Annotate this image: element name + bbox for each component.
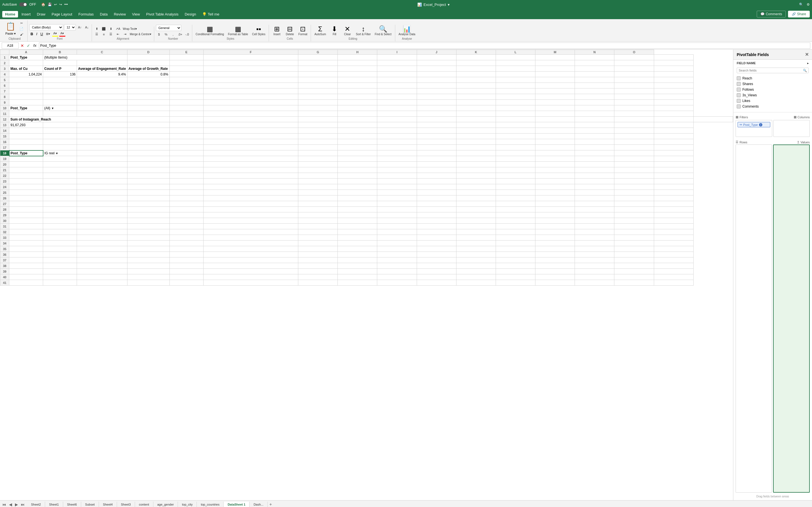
table-row[interactable] (614, 252, 654, 258)
table-row[interactable] (614, 55, 654, 60)
table-row[interactable] (496, 105, 535, 111)
table-row[interactable] (456, 145, 496, 151)
cut-button[interactable]: ✂ (18, 21, 24, 25)
table-row[interactable] (169, 280, 203, 286)
table-row[interactable] (456, 179, 496, 184)
table-row[interactable] (9, 111, 43, 117)
table-row[interactable] (338, 71, 377, 77)
merge-center-button[interactable]: Merge & Centre▾ (129, 32, 152, 37)
table-row[interactable] (614, 246, 654, 252)
table-row[interactable] (338, 207, 377, 212)
table-row[interactable] (338, 77, 377, 83)
table-row[interactable] (127, 117, 169, 122)
table-row[interactable] (169, 229, 203, 235)
table-row[interactable] (377, 201, 417, 207)
wrap-text-button[interactable]: Wrap Text▾ (122, 26, 138, 31)
formula-cancel-button[interactable]: ✕ (20, 43, 25, 48)
table-row[interactable] (654, 71, 693, 77)
table-row[interactable] (43, 77, 77, 83)
format-button[interactable]: ⊡ Format (297, 25, 309, 37)
table-row[interactable] (77, 252, 128, 258)
table-row[interactable] (496, 240, 535, 246)
table-row[interactable] (654, 184, 693, 190)
table-row[interactable] (203, 207, 298, 212)
table-row[interactable] (614, 224, 654, 229)
paste-dropdown[interactable]: Paste ▾ (4, 32, 17, 36)
table-row[interactable] (417, 280, 456, 286)
table-row[interactable] (9, 240, 43, 246)
table-row[interactable] (338, 179, 377, 184)
table-row[interactable] (9, 60, 43, 66)
table-row[interactable] (536, 240, 575, 246)
table-row[interactable] (456, 212, 496, 218)
table-row[interactable] (43, 207, 77, 212)
table-row[interactable] (575, 151, 614, 156)
filter-tag-info[interactable]: i (759, 123, 762, 126)
table-row[interactable] (456, 190, 496, 195)
table-row[interactable] (169, 190, 203, 195)
table-row[interactable] (127, 201, 169, 207)
table-row[interactable] (377, 89, 417, 94)
table-row[interactable] (575, 218, 614, 224)
table-row[interactable] (169, 235, 203, 240)
table-row[interactable] (203, 190, 298, 195)
table-row[interactable] (169, 274, 203, 280)
table-row[interactable] (377, 263, 417, 269)
table-row[interactable] (43, 229, 77, 235)
table-row[interactable] (203, 117, 298, 122)
table-row[interactable] (298, 263, 338, 269)
table-row[interactable] (575, 66, 614, 71)
table-row[interactable] (298, 235, 338, 240)
table-row[interactable] (575, 133, 614, 139)
table-row[interactable] (536, 195, 575, 201)
table-row[interactable] (654, 128, 693, 133)
table-row[interactable] (9, 128, 43, 133)
increase-indent-button[interactable]: ⇥ (122, 32, 128, 37)
table-row[interactable] (298, 77, 338, 83)
redo-icon[interactable]: ↪ (59, 3, 62, 6)
table-row[interactable] (377, 274, 417, 280)
table-row[interactable] (456, 77, 496, 83)
table-row[interactable] (496, 173, 535, 179)
table-row[interactable] (127, 258, 169, 263)
table-row[interactable] (377, 218, 417, 224)
table-row[interactable] (654, 246, 693, 252)
table-row[interactable] (43, 167, 77, 173)
table-row[interactable] (536, 128, 575, 133)
table-row[interactable] (127, 280, 169, 286)
table-row[interactable] (654, 60, 693, 66)
table-row[interactable] (417, 246, 456, 252)
table-row[interactable] (377, 173, 417, 179)
table-row[interactable] (77, 184, 128, 190)
table-row[interactable] (417, 83, 456, 89)
menu-formulas[interactable]: Formulas (75, 11, 96, 17)
table-row[interactable] (456, 207, 496, 212)
table-row[interactable] (614, 195, 654, 201)
table-row[interactable] (77, 151, 128, 156)
table-row[interactable] (203, 201, 298, 207)
table-row[interactable] (77, 246, 128, 252)
table-row[interactable] (9, 133, 43, 139)
table-row[interactable] (654, 139, 693, 145)
table-row[interactable] (456, 122, 496, 128)
table-row[interactable] (43, 201, 77, 207)
table-row[interactable] (298, 195, 338, 201)
table-row[interactable] (43, 122, 77, 128)
col-header-c[interactable]: C (77, 50, 128, 55)
decrease-indent-button[interactable]: ⇤ (115, 32, 121, 37)
table-row[interactable] (298, 190, 338, 195)
fill-color-button[interactable]: A▾ (52, 31, 58, 37)
sort-filter-button[interactable]: ↕ Sort & Filter (354, 25, 372, 37)
table-row[interactable] (9, 235, 43, 240)
table-row[interactable] (298, 224, 338, 229)
table-row[interactable] (377, 111, 417, 117)
table-row[interactable] (575, 100, 614, 105)
save-icon[interactable]: 💾 (48, 3, 52, 6)
table-row[interactable]: 9.4% (77, 71, 128, 77)
table-row[interactable] (9, 269, 43, 274)
table-row[interactable] (43, 195, 77, 201)
table-row[interactable] (496, 128, 535, 133)
sheet-tab-sheet2[interactable]: Sheet2 (27, 502, 45, 507)
clear-button[interactable]: ✕ Clear (341, 25, 354, 37)
table-row[interactable] (169, 151, 203, 156)
